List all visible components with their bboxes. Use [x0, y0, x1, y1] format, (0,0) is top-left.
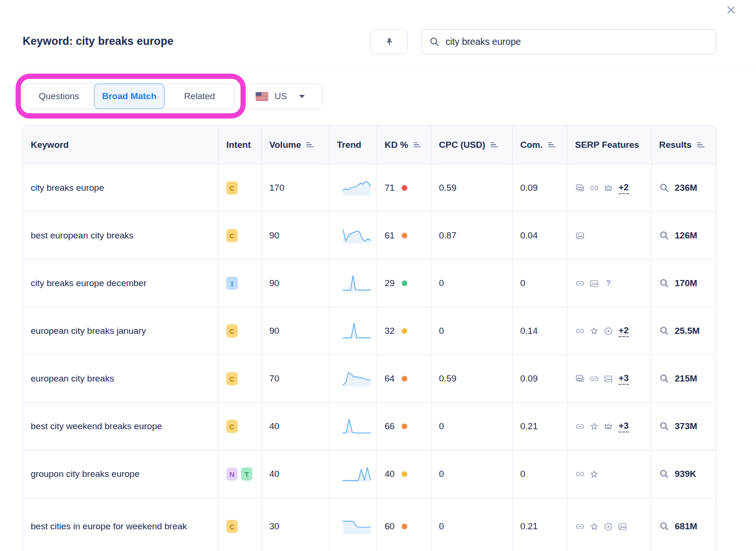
serp-features	[575, 231, 651, 241]
star-icon	[589, 469, 599, 479]
keyword-cell: best european city breaks	[23, 212, 219, 259]
results-indicator: 681M	[659, 521, 716, 532]
keyword-link[interactable]: city breaks europe	[31, 182, 112, 194]
sort-icon[interactable]	[697, 141, 704, 148]
kd-value: 66	[385, 421, 395, 432]
search-icon	[659, 326, 670, 336]
link-icon	[575, 279, 585, 288]
results-indicator: 939K	[659, 469, 716, 479]
images-icon	[575, 374, 585, 384]
tab-broad-match[interactable]: Broad Match	[94, 84, 165, 109]
kd-status-dot	[402, 280, 407, 286]
link-icon	[575, 422, 585, 432]
intent-badge-c: C	[226, 324, 238, 338]
serp-cell: ?	[567, 259, 652, 307]
cpc-cell: 0	[431, 402, 513, 450]
results-value: 126M	[675, 230, 697, 241]
intent-badges: C	[226, 372, 261, 385]
tab-questions[interactable]: Questions	[24, 84, 94, 109]
serp-more-badge[interactable]: +2	[619, 182, 629, 194]
kd-status-dot	[402, 524, 407, 529]
table-header-row: Keyword Intent Volume Trend KD % CPC (US…	[23, 126, 716, 164]
keywords-table: Keyword Intent Volume Trend KD % CPC (US…	[23, 125, 716, 551]
keyword-link[interactable]: european city breaks january	[31, 325, 155, 337]
serp-more-badge[interactable]: +2	[619, 325, 629, 337]
sort-icon[interactable]	[490, 141, 498, 148]
keyword-link[interactable]: european city breaks	[31, 373, 122, 385]
keyword-cell: city breaks europe december	[23, 259, 219, 307]
search-icon	[659, 230, 670, 241]
serp-cell: +3	[567, 355, 652, 402]
kd-indicator: 64	[385, 373, 431, 384]
keyword-link[interactable]: best city weekend breaks europe	[31, 420, 171, 432]
volume-value: 30	[269, 521, 279, 531]
close-icon[interactable]	[724, 3, 738, 17]
trend-cell	[329, 259, 377, 307]
svg-text:?: ?	[606, 279, 610, 288]
serp-features	[575, 469, 651, 479]
search-input[interactable]	[446, 36, 708, 47]
keyword-link[interactable]: best european city breaks	[31, 229, 142, 242]
intent-badges: I	[226, 277, 261, 290]
cpc-value: 0.59	[439, 183, 456, 193]
results-cell: 939K	[652, 450, 716, 498]
serp-features: +3	[575, 421, 651, 432]
col-serp-features: SERP Features	[567, 126, 652, 164]
cpc-cell: 0.59	[431, 164, 513, 212]
cpc-cell: 0	[431, 498, 513, 551]
serp-features: +3	[575, 373, 651, 385]
serp-cell	[567, 498, 652, 551]
keyword-cell: best cities in europe for weekend break	[23, 498, 219, 551]
keyword-link[interactable]: best cities in europe for weekend break	[31, 520, 196, 533]
volume-value: 70	[269, 373, 279, 383]
table-row: european city breaksC70640.590.09+3215M	[23, 355, 716, 402]
keyword-link[interactable]: city breaks europe december	[31, 277, 155, 289]
sort-icon[interactable]	[548, 141, 556, 148]
com-cell: 0.04	[513, 212, 567, 259]
chevron-down-icon	[299, 95, 305, 98]
sort-icon[interactable]	[413, 141, 421, 148]
cpc-cell: 0.87	[431, 212, 513, 259]
serp-more-badge[interactable]: +3	[619, 421, 629, 432]
intent-cell: C	[219, 307, 262, 355]
intent-badges: C	[226, 520, 261, 533]
table-row: groupon city breaks europeNT404000939K	[23, 450, 716, 498]
tab-related[interactable]: Related	[164, 84, 234, 109]
com-value: 0.21	[520, 521, 538, 531]
keyword-cell: city breaks europe	[23, 164, 219, 212]
page-title-value: city breaks europe	[76, 35, 173, 47]
search-icon	[659, 521, 670, 532]
volume-cell: 90	[262, 259, 329, 307]
pin-button[interactable]	[370, 29, 408, 54]
image-icon	[589, 279, 599, 288]
volume-cell: 40	[262, 450, 329, 498]
kd-value: 61	[385, 230, 395, 241]
intent-badge-i: I	[226, 277, 238, 290]
trend-cell	[329, 450, 377, 498]
trend-cell	[329, 307, 377, 355]
link-icon	[589, 374, 599, 384]
play-icon	[603, 326, 613, 336]
trend-cell	[329, 498, 377, 551]
search-icon	[659, 183, 670, 193]
intent-badge-c: C	[226, 372, 238, 385]
region-dropdown[interactable]: US	[247, 84, 323, 109]
results-value: 373M	[675, 421, 697, 432]
intent-badge-n: N	[226, 467, 238, 481]
com-cell: 0.21	[513, 498, 567, 551]
sort-icon[interactable]	[306, 141, 314, 148]
trend-cell	[329, 402, 377, 450]
com-cell: 0.09	[513, 355, 567, 402]
serp-more-badge[interactable]: +3	[619, 373, 629, 385]
kd-cell: 40	[377, 450, 431, 498]
serp-features	[575, 522, 651, 532]
keyword-link[interactable]: groupon city breaks europe	[31, 468, 148, 480]
kd-value: 71	[385, 183, 395, 193]
cpc-cell: 0.59	[431, 355, 513, 402]
intent-cell: C	[219, 498, 262, 551]
com-cell: 0.21	[513, 402, 567, 450]
com-value: 0.21	[520, 421, 538, 431]
results-value: 681M	[675, 521, 697, 532]
pin-icon	[384, 36, 395, 48]
intent-badges: C	[226, 324, 261, 338]
